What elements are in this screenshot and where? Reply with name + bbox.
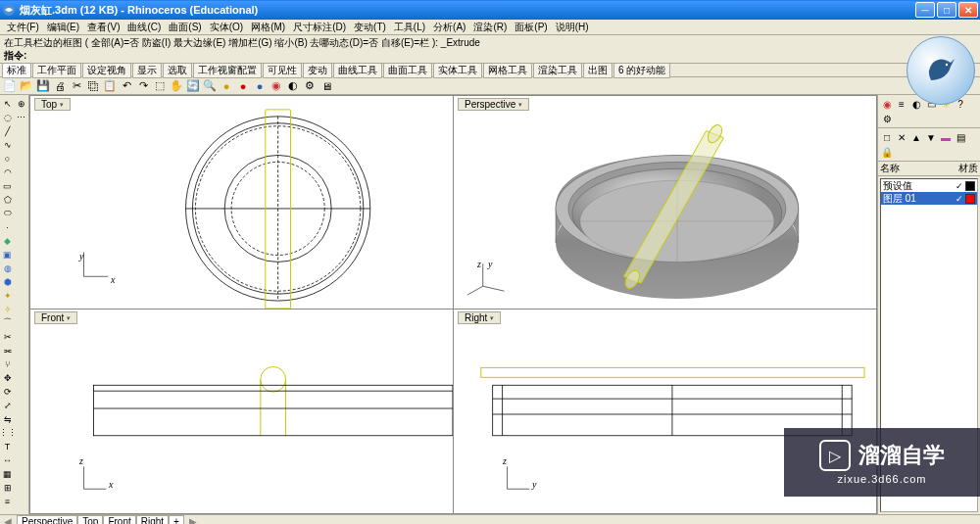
layer-color-icon[interactable]: ▬ [939, 130, 953, 144]
surface-icon[interactable]: ◆ [1, 234, 14, 247]
paste-icon[interactable]: 📋 [102, 78, 118, 94]
menu-item[interactable]: 曲线(C) [124, 21, 164, 34]
trim-icon[interactable]: ✂ [1, 330, 14, 343]
viewport-tab[interactable]: Top [77, 515, 103, 524]
print-icon[interactable]: 🖨 [52, 78, 68, 94]
layer-yellow-icon[interactable]: ● [219, 78, 234, 94]
toolbar-tab[interactable]: 网格工具 [483, 63, 532, 78]
open-file-icon[interactable]: 📂 [19, 78, 34, 94]
menu-item[interactable]: 说明(H) [553, 21, 592, 34]
properties-tab-icon[interactable]: ◉ [880, 97, 894, 111]
menu-item[interactable]: 尺寸标注(D) [290, 21, 349, 34]
snap-icon[interactable]: ⊕ [15, 97, 27, 110]
layer-filter-icon[interactable]: ▤ [954, 130, 967, 144]
close-button[interactable]: ✕ [958, 2, 978, 18]
text-icon[interactable]: T [1, 440, 14, 453]
settings-tab-icon[interactable]: ⚙ [880, 112, 894, 125]
undo-icon[interactable]: ↶ [119, 78, 134, 94]
solid-icon[interactable]: ◍ [1, 262, 14, 274]
zoom-icon[interactable]: 🔍 [202, 78, 218, 94]
menu-item[interactable]: 编辑(E) [44, 21, 82, 34]
menu-item[interactable]: 曲面(S) [166, 21, 204, 34]
command-input[interactable] [30, 50, 976, 61]
viewport-top[interactable]: Top y x [30, 96, 453, 309]
hatch-icon[interactable]: ▦ [1, 467, 14, 480]
toolbar-tab[interactable]: 6 的好动能 [613, 63, 670, 78]
layer-lock-icon[interactable]: 🔒 [880, 145, 894, 159]
fillet-icon[interactable]: ⌒ [1, 316, 14, 329]
menu-item[interactable]: 实体(O) [207, 21, 246, 34]
toolbar-tab[interactable]: 设定视角 [82, 63, 131, 78]
toolbar-tab[interactable]: 曲线工具 [333, 63, 382, 78]
pointer-icon[interactable]: ↖ [1, 97, 14, 110]
mirror-icon[interactable]: ⇋ [1, 412, 14, 425]
maximize-button[interactable]: □ [937, 2, 956, 18]
toolbar-tab[interactable]: 实体工具 [433, 63, 482, 78]
polyline-icon[interactable]: ╱ [1, 124, 14, 137]
menu-item[interactable]: 工具(L) [391, 21, 428, 34]
menu-item[interactable]: 渲染(R) [470, 21, 510, 34]
polygon-icon[interactable]: ⬠ [1, 193, 14, 206]
dim-icon[interactable]: ↔ [1, 453, 14, 466]
array-icon[interactable]: ⋮⋮ [1, 426, 14, 439]
lasso-icon[interactable]: ◌ [1, 111, 14, 123]
delete-layer-icon[interactable]: ✕ [895, 130, 908, 144]
layer-row[interactable]: 预设值✓ [881, 179, 977, 192]
toolbar-tab[interactable]: 可见性 [263, 63, 302, 78]
menu-item[interactable]: 变动(T) [351, 21, 389, 34]
ellipse-icon[interactable]: ⬭ [1, 207, 14, 219]
minimize-button[interactable]: ─ [915, 2, 935, 18]
viewport-perspective-label[interactable]: Perspective [458, 98, 529, 111]
viewport-front-label[interactable]: Front [34, 311, 77, 324]
explode-icon[interactable]: ✧ [1, 303, 14, 315]
toolbar-tab[interactable]: 工作视窗配置 [193, 63, 262, 78]
rectangle-icon[interactable]: ▭ [1, 179, 14, 192]
shade-icon[interactable]: ◐ [285, 78, 301, 94]
layer-up-icon[interactable]: ▲ [909, 130, 923, 144]
menu-item[interactable]: 文件(F) [4, 21, 42, 34]
layers-tab-icon[interactable]: ≡ [895, 97, 908, 111]
cut-icon[interactable]: ✂ [69, 78, 84, 94]
layer-blue-icon[interactable]: ● [252, 78, 268, 94]
menu-item[interactable]: 查看(V) [84, 21, 122, 34]
layer-down-icon[interactable]: ▼ [924, 130, 938, 144]
toolbar-tab[interactable]: 出图 [583, 63, 612, 78]
render-icon[interactable]: ◉ [269, 78, 284, 94]
toolbar-tab[interactable]: 标准 [2, 63, 31, 78]
viewport-right-label[interactable]: Right [458, 311, 501, 324]
toolbar-tab[interactable]: 变动 [303, 63, 332, 78]
point-icon[interactable]: · [1, 220, 14, 233]
grid-icon[interactable]: ⊞ [1, 481, 14, 494]
menu-item[interactable]: 分析(A) [430, 21, 468, 34]
rotate-view-icon[interactable]: 🔄 [185, 78, 201, 94]
rotate-icon[interactable]: ⟳ [1, 385, 14, 398]
box-icon[interactable]: ▣ [1, 248, 14, 261]
toolbar-tab[interactable]: 渲染工具 [533, 63, 582, 78]
viewport-tab[interactable]: Front [103, 515, 135, 524]
scale-icon[interactable]: ⤢ [1, 399, 14, 411]
pan-icon[interactable]: ✋ [169, 78, 184, 94]
join-icon[interactable]: ⫘ [1, 344, 14, 357]
monitor-icon[interactable]: 🖥 [318, 78, 334, 94]
viewport-tab[interactable]: + [169, 515, 184, 524]
more-icon[interactable]: ⋯ [15, 111, 27, 123]
save-file-icon[interactable]: 💾 [35, 78, 51, 94]
layer-row[interactable]: 图层 01✓ [881, 192, 977, 205]
menu-item[interactable]: 面板(P) [512, 21, 550, 34]
layer-red-icon[interactable]: ● [235, 78, 251, 94]
toolbar-tab[interactable]: 选取 [163, 63, 192, 78]
viewport-tab[interactable]: Right [136, 515, 169, 524]
mesh-icon[interactable]: ⬢ [1, 275, 14, 288]
options-icon[interactable]: ⚙ [302, 78, 318, 94]
select-icon[interactable]: ⬚ [152, 78, 168, 94]
rebuild-icon[interactable]: ✦ [1, 289, 14, 302]
viewport-perspective[interactable]: Perspective [454, 96, 876, 309]
layer-icon[interactable]: ≡ [1, 495, 14, 507]
move-icon[interactable]: ✥ [1, 371, 14, 384]
circle-icon[interactable]: ○ [1, 152, 14, 165]
toolbar-tab[interactable]: 显示 [132, 63, 162, 78]
viewport-top-label[interactable]: Top [34, 98, 71, 111]
new-layer-icon[interactable]: □ [880, 130, 894, 144]
viewport-front[interactable]: Front z x [30, 310, 453, 513]
viewport-tab[interactable]: Perspective [17, 515, 77, 524]
